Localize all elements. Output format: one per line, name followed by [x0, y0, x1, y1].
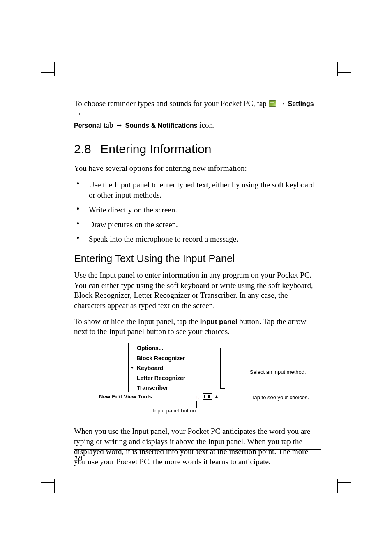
closing-paragraph: When you use the Input panel, your Pocke…: [74, 426, 321, 467]
crop-mark: [41, 72, 55, 73]
settings-label: Settings: [288, 100, 314, 107]
list-item: Use the Input panel to enter typed text,…: [74, 180, 321, 200]
input-panel-diagram: Options... Block Recognizer Keyboard Let…: [74, 343, 321, 417]
sub-paragraph-1: Use the Input panel to enter information…: [74, 270, 321, 311]
personal-label: Personal: [74, 122, 102, 129]
footer-rule: [74, 449, 321, 451]
tab-word: tab: [104, 121, 115, 129]
start-icon: [269, 100, 276, 107]
section-heading: 2.8 Entering Information: [74, 142, 321, 156]
popup-options[interactable]: Options...: [129, 343, 220, 353]
bullet-list: Use the Input panel to enter typed text,…: [74, 180, 321, 244]
crop-mark: [54, 62, 55, 76]
subsection-heading: Entering Text Using the Input Panel: [74, 253, 321, 265]
input-method-popup: Options... Block Recognizer Keyboard Let…: [128, 343, 220, 393]
arrow-icon: →: [115, 121, 125, 129]
page-content: To choose reminder types and sounds for …: [74, 99, 321, 473]
input-panel-bold: Input panel: [200, 318, 238, 326]
intro-prefix: To choose reminder types and sounds for …: [74, 99, 269, 108]
list-item: Write directly on the screen.: [74, 205, 321, 215]
arrow-icon: →: [74, 109, 82, 118]
callout-bracket: [220, 348, 225, 348]
updown-icon[interactable]: ↑↓: [194, 394, 202, 400]
list-item: Draw pictures on the screen.: [74, 219, 321, 230]
crop-mark: [54, 479, 55, 493]
command-bar: New Edit View Tools ↑↓ ▲: [97, 392, 220, 401]
crop-mark: [41, 482, 55, 483]
input-panel-button[interactable]: [203, 393, 212, 400]
page-number: 18: [74, 454, 82, 463]
keyboard-icon: [204, 395, 211, 398]
popup-item-letter-recognizer[interactable]: Letter Recognizer: [129, 373, 220, 383]
sounds-label: Sounds & Notifications: [125, 122, 198, 129]
sub-para2-a: To show or hide the Input panel, tap the: [74, 317, 200, 326]
popup-item-keyboard[interactable]: Keyboard: [129, 363, 220, 373]
input-panel-arrow[interactable]: ▲: [213, 394, 220, 399]
crop-mark: [337, 72, 351, 73]
callout-bracket: [220, 348, 221, 389]
callout-leader: [220, 397, 248, 397]
sub-paragraph-2: To show or hide the Input panel, tap the…: [74, 317, 321, 337]
popup-item-transcriber[interactable]: Transcriber: [129, 383, 220, 393]
intro-line-1: To choose reminder types and sounds for …: [74, 99, 321, 119]
crop-mark: [337, 482, 351, 483]
callout-leader: [220, 372, 247, 372]
section-title-text: Entering Information: [100, 142, 211, 156]
arrow-icon: →: [278, 99, 288, 108]
callout-input-panel-button: Input panel button.: [148, 408, 197, 414]
section-number: 2.8: [74, 142, 97, 156]
intro-line-2: Personal tab → Sounds & Notifications ic…: [74, 120, 321, 131]
crop-mark: [337, 62, 338, 76]
callout-bracket: [220, 388, 225, 389]
callout-select-method: Select an input method.: [250, 369, 306, 375]
popup-item-block-recognizer[interactable]: Block Recognizer: [129, 353, 220, 363]
callout-tap-choices: Tap to see your choices.: [251, 394, 309, 401]
menubar-items[interactable]: New Edit View Tools: [97, 394, 194, 400]
lead-paragraph: You have several options for entering ne…: [74, 164, 321, 174]
list-item: Speak into the microphone to record a me…: [74, 234, 321, 244]
icon-word: icon.: [199, 121, 214, 129]
crop-mark: [337, 479, 338, 493]
